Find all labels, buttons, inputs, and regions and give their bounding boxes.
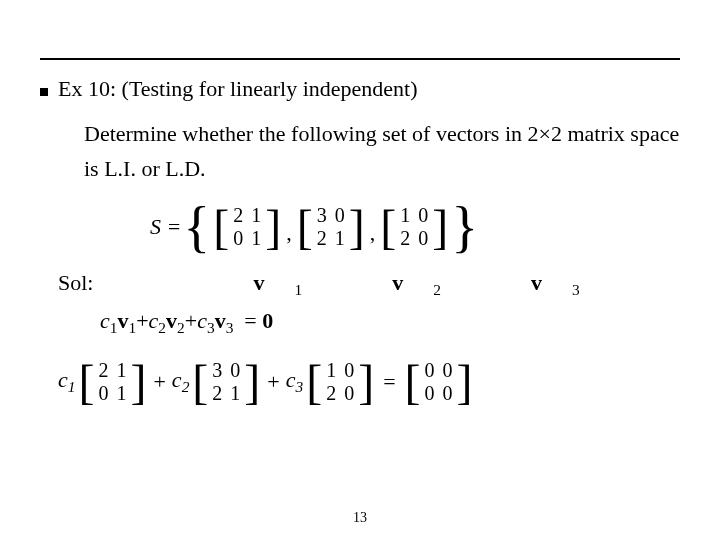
rule [40,58,680,60]
bracket-left-icon: [ [297,207,313,248]
bracket-left-icon: [ [306,362,322,403]
eq-matrix-1: [ 20 11 ] [78,359,146,405]
label-v2: v2 [362,270,441,299]
eq-matrix-3: [ 12 00 ] [306,359,374,405]
m1-00: 2 [231,204,245,227]
matrix-v1: [ 20 11 ] [213,204,281,250]
equals-sign: = [375,369,403,395]
bracket-left-icon: [ [78,362,94,403]
problem-statement: Determine whether the following set of v… [84,116,680,186]
bracket-right-icon: ] [457,362,473,403]
square-bullet-icon [40,88,48,96]
m3-10: 2 [398,227,412,250]
matrix-equation: c1 [ 20 11 ] + c2 [ 32 01 ] + c3 [ 12 00 [58,359,680,405]
m1-01: 1 [249,204,263,227]
set-sep-1: , [282,220,296,250]
bracket-right-icon: ] [244,362,260,403]
label-v1: v1 [223,270,302,299]
coef-c2: c2 [172,367,191,396]
bracket-right-icon: ] [265,207,281,248]
set-sep-2: , [366,220,380,250]
plus-1: + [147,369,171,395]
zero-matrix: [ 00 00 ] [405,359,473,405]
bracket-right-icon: ] [130,362,146,403]
slide-number: 13 [0,510,720,526]
bracket-left-icon: [ [192,362,208,403]
eq-matrix-2: [ 32 01 ] [192,359,260,405]
coef-c3: c3 [286,367,305,396]
m2-00: 3 [315,204,329,227]
m1-10: 0 [231,227,245,250]
m3-01: 0 [416,204,430,227]
brace-open-icon: { [183,205,210,250]
m3-11: 0 [416,227,430,250]
brace-close-icon: } [451,205,478,250]
vector-labels: v1 v2 v3 [193,270,609,299]
set-definition: S = { [ 20 11 ] , [ 32 01 ] , [ 12 00 [150,204,680,250]
slide-content: Ex 10: (Testing for linearly independent… [40,76,680,405]
solution-header-row: Sol: v1 v2 v3 [58,270,680,299]
title-row: Ex 10: (Testing for linearly independent… [40,76,680,102]
bracket-right-icon: ] [358,362,374,403]
plus-2: + [261,369,285,395]
bracket-right-icon: ] [432,207,448,248]
linear-combination-equation: c1v1+c2v2+c3v3 = 0 [100,308,680,337]
example-title: Ex 10: (Testing for linearly independent… [58,76,418,102]
m3-00: 1 [398,204,412,227]
bracket-right-icon: ] [349,207,365,248]
m2-01: 0 [333,204,347,227]
matrix-v2: [ 32 01 ] [297,204,365,250]
bracket-left-icon: [ [380,207,396,248]
m2-10: 2 [315,227,329,250]
bracket-left-icon: [ [213,207,229,248]
set-lhs: S = [150,214,181,240]
label-v3: v3 [501,270,580,299]
solution-label: Sol: [58,270,93,296]
m2-11: 1 [333,227,347,250]
matrix-v3: [ 12 00 ] [380,204,448,250]
coef-c1: c1 [58,367,77,396]
m1-11: 1 [249,227,263,250]
bracket-left-icon: [ [405,362,421,403]
